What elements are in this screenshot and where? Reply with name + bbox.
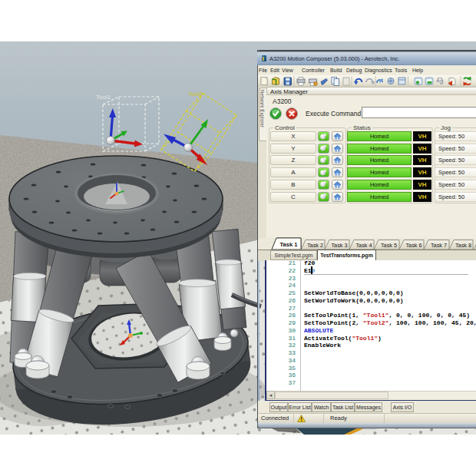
svg-text:Task 7: Task 7 bbox=[431, 242, 447, 249]
svg-text:Task 6: Task 6 bbox=[405, 242, 421, 249]
svg-text:Task 1: Task 1 bbox=[280, 241, 298, 248]
svg-text:Task 8: Task 8 bbox=[455, 242, 471, 249]
svg-text:Task 3: Task 3 bbox=[331, 242, 347, 249]
svg-text:Task 4: Task 4 bbox=[355, 242, 372, 249]
svg-text:Tool1: Tool1 bbox=[96, 94, 111, 101]
svg-text:Tool2: Tool2 bbox=[188, 91, 203, 98]
svg-text:Task 5: Task 5 bbox=[381, 242, 397, 249]
svg-text:Task 2: Task 2 bbox=[307, 242, 323, 249]
